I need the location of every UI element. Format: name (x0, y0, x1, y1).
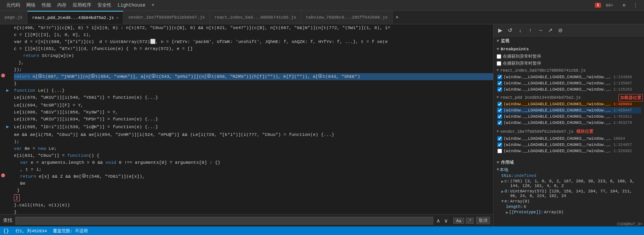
bp-checkbox[interactable] (497, 108, 502, 113)
menu-item-security[interactable]: 安全性 (94, 2, 114, 9)
bp-checkbox[interactable] (497, 120, 502, 125)
bp-checkbox[interactable] (497, 81, 502, 86)
menu-bar: 元代码 网络 性能 内存 应用程序 安全性 Lighthouse + 1 99+… (0, 0, 644, 11)
bp-line: 1:326982 (613, 149, 632, 153)
bp-checkbox[interactable] (497, 75, 502, 79)
step-out-button[interactable]: ↑ (526, 26, 535, 34)
expand-icon[interactable]: ▶ (501, 189, 504, 194)
expand-icon[interactable]: ▼ (501, 199, 504, 204)
table-row: ▶ function Le() {...} (0, 87, 493, 94)
line-content: } (14, 194, 493, 202)
pause-on-exceptions-checkbox[interactable] (497, 54, 501, 59)
scope-label: 作用域 (501, 160, 514, 165)
bp-line: 1:135263 (613, 87, 632, 92)
resume-button[interactable]: ▶ (496, 26, 504, 34)
tab-vendor[interactable]: vendor_1be7f86509f812ebde67.js (123, 11, 210, 24)
breakpoint-gutter (0, 102, 6, 109)
line-content: c = [][m][t(651, "&Tx!")](d, (function(e… (14, 45, 493, 52)
bp-line: 1:453270 (613, 121, 632, 125)
list-item[interactable]: (window.__LOADABLE_LOADED_CHUNKS__=windo… (497, 101, 641, 107)
bp-checkbox[interactable] (497, 87, 502, 92)
menu-item-network[interactable]: 网络 (23, 2, 39, 9)
menu-item-source[interactable]: 元代码 (3, 2, 23, 9)
bp-checkbox[interactable] (497, 142, 502, 147)
find-regex-button[interactable]: .* (466, 218, 474, 224)
arrow-gutter (6, 152, 14, 159)
tab-overflow-button[interactable]: » (393, 15, 401, 20)
find-input[interactable] (15, 217, 433, 225)
status-position: 行1, 列452834 (15, 228, 47, 234)
bp-checkbox[interactable] (497, 149, 502, 153)
file-group-react-pdd: ▼ react_pdd 2ced0513443b04bd75a2.js (win… (497, 94, 641, 126)
arrow-gutter (6, 38, 14, 45)
tab-tabview[interactable]: tabview_7b8dbc8...285ff642b98.js (301, 11, 393, 24)
menu-item-application[interactable]: 应用程序 (70, 2, 94, 9)
bp-text: (window.__LOADABLE_LOADED_CHUNKS__=windo… (504, 81, 612, 86)
tab-close-icon[interactable]: ✕ (116, 15, 118, 20)
line-content: e[i(831, "C0uu")] = function() { (14, 152, 493, 159)
breakpoints-section-header[interactable]: ▼ Breakpoints (494, 45, 644, 53)
breakpoint-gutter (0, 109, 6, 116)
list-item[interactable]: ▼ 本地 (497, 167, 641, 173)
list-item[interactable]: (window.__LOADABLE_LOADED_CHUNKS__=windo… (497, 142, 641, 148)
main-content: n[t(498, "Sr7r")](c[B], 0) ? 1[U](0, 0) … (0, 24, 644, 226)
list-item[interactable]: (window.__LOADABLE_LOADED_CHUNKS__=windo… (497, 113, 641, 120)
arrow-gutter: ▶ (6, 124, 14, 130)
step-over-button[interactable]: ↺ (506, 26, 514, 34)
line-content: return n[⦿t(697, "j%hR")](n[⦿t(654, "xHm… (14, 73, 493, 80)
stop-button[interactable]: ⊘ (556, 26, 565, 34)
watch-section-header[interactable]: ▼ 监视 (494, 36, 644, 45)
list-item[interactable]: (window.__LOADABLE_LOADED_CHUNKS__=windo… (497, 120, 641, 126)
bp-checkbox[interactable] (497, 136, 502, 141)
find-case-button[interactable]: Aa (453, 218, 464, 224)
arrow-gutter (6, 59, 14, 66)
list-item[interactable]: (window.__LOADABLE_LOADED_CHUNKS__=windo… (497, 80, 641, 86)
bp-checkbox[interactable] (497, 114, 502, 119)
list-item[interactable]: (window.__LOADABLE_LOADED_CHUNKS__=windo… (497, 136, 641, 142)
line-content: ae && ae[i(758, "C0uu")] && ae[i(854, "2… (14, 131, 493, 138)
expand-icon[interactable]: ▶ (506, 210, 508, 215)
bp-line: 1:135087 (613, 81, 632, 86)
step-into-button[interactable]: ↓ (516, 26, 524, 34)
bp-line: 1:324857 (613, 143, 632, 147)
menu-item-add[interactable]: + (149, 3, 157, 8)
tab-react-pdd[interactable]: react_pdd_2ced0...43b04bd75a2.js ✕ (27, 11, 123, 24)
find-prev-button[interactable]: ∧ (435, 218, 442, 224)
pause-on-caught-exceptions-checkbox[interactable] (497, 61, 501, 66)
line-content: , t = i; (14, 166, 493, 173)
list-item[interactable]: (window.__LOADABLE_LOADED_CHUNKS__=windo… (497, 86, 641, 93)
table-row: ▶ Le[i(695, "lD!i")][i(539, "lc@H")] = f… (0, 124, 493, 130)
menu-item-memory[interactable]: 内存 (54, 2, 70, 9)
scope-section-header[interactable]: ▼ 作用域 (494, 158, 644, 167)
table-row: } (0, 187, 493, 194)
find-next-button[interactable]: ∨ (442, 218, 449, 224)
expand-icon[interactable]: ▶ (501, 179, 504, 184)
arrow-gutter (6, 24, 14, 31)
arrow-gutter (6, 31, 14, 38)
watch-label: 监视 (501, 38, 509, 44)
breakpoint-gutter (0, 45, 6, 52)
tab-react-index[interactable]: react_index_5a9...80bbb741cb6.js (210, 11, 301, 24)
deactivate-button[interactable]: ↗ (546, 26, 555, 34)
breakpoints-chevron-icon: ▼ (497, 47, 499, 51)
find-cancel-button[interactable]: 取消 (476, 217, 490, 224)
arrow-gutter (6, 66, 14, 73)
file-chevron-icon: ▼ (497, 96, 499, 99)
menu-item-performance[interactable]: 性能 (39, 2, 54, 9)
line-content: }, (14, 59, 493, 66)
status-coverage: 覆盖范围: 不适用 (53, 228, 88, 234)
list-item[interactable]: (window.__LOADABLE_LOADED_CHUNKS__=windo… (497, 107, 641, 113)
file-label-vendor[interactable]: ▼ vendor_1be7f86509f812ebde67.js 模块位置 (497, 127, 641, 136)
arrow-gutter (6, 109, 14, 116)
list-item[interactable]: (window.__LOADABLE_LOADED_CHUNKS__=windo… (497, 148, 641, 154)
bp-checkbox[interactable] (497, 102, 502, 106)
bp-text: (window.__LOADABLE_LOADED_CHUNKS__=windo… (504, 87, 612, 92)
list-item[interactable]: (window.__LOADABLE_LOADED_CHUNKS__=windo… (497, 74, 641, 80)
code-area[interactable]: n[t(498, "Sr7r")](c[B], 0) ? 1[U](0, 0) … (0, 24, 493, 214)
expand-icon[interactable]: ▼ (497, 167, 499, 172)
step-button[interactable]: → (536, 26, 545, 34)
menu-item-lighthouse[interactable]: Lighthouse (114, 3, 149, 8)
tab-page[interactable]: page.js (0, 11, 27, 24)
file-label-react-index[interactable]: ▼ react_index_5a979bc1780bbb741cb6.js (497, 67, 641, 74)
list-item: ▶ d: Uint8Array(572) [120, 156, 141, 204… (501, 189, 641, 199)
